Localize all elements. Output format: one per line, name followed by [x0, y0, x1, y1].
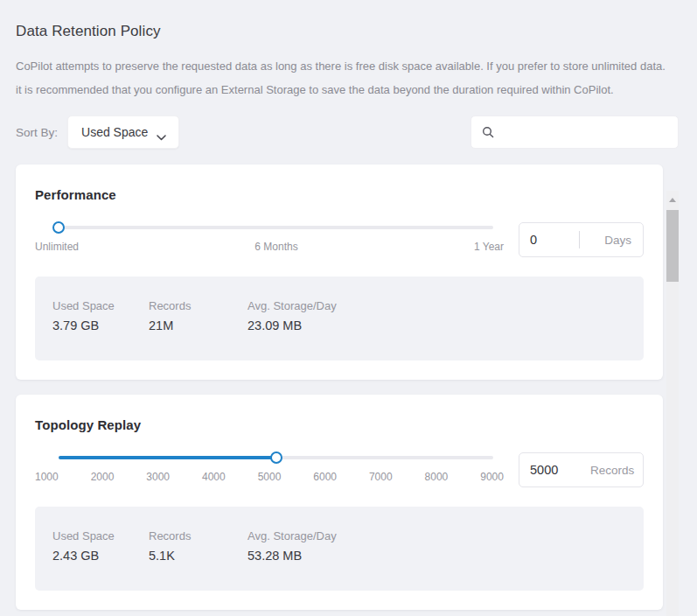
stat-value: 21M — [149, 318, 247, 332]
retention-value-input[interactable] — [519, 463, 575, 477]
tick-label: 1000 — [35, 471, 59, 483]
tick-label: 7000 — [369, 471, 393, 483]
slider-row: Unlimited 6 Months 1 Year Days — [35, 220, 644, 257]
slider-row: 1000 2000 3000 4000 5000 6000 7000 8000 … — [35, 450, 644, 487]
slider-fill — [59, 456, 276, 459]
data-retention-page: Data Retention Policy CoPilot attempts t… — [0, 0, 697, 610]
stat-value: 3.79 GB — [52, 318, 149, 332]
stat-records: Records 5.1K — [149, 529, 247, 563]
slider-area: Unlimited 6 Months 1 Year — [35, 220, 504, 257]
search-input[interactable] — [499, 116, 669, 148]
sort-by-dropdown[interactable]: Used Space — [67, 116, 179, 149]
tick-label: 6000 — [313, 471, 337, 483]
chevron-down-icon — [157, 130, 166, 136]
stat-label: Used Space — [52, 529, 149, 542]
scroll-up-button[interactable] — [666, 191, 679, 208]
toolbar: Sort By: Used Space — [16, 115, 680, 150]
value-unit-label: Days — [593, 234, 643, 247]
stat-value: 23.09 MB — [247, 318, 346, 332]
stats-panel: Used Space 3.79 GB Records 21M Avg. Stor… — [35, 276, 644, 360]
card-title: Performance — [35, 187, 644, 202]
search-icon — [482, 126, 494, 138]
page-title: Data Retention Policy — [16, 23, 680, 40]
tick-label: 2000 — [91, 471, 115, 483]
value-unit-label: Records — [579, 464, 645, 477]
slider-thumb[interactable] — [270, 452, 282, 464]
retention-cards-list: Performance Unlimited 6 Months 1 Year — [16, 164, 663, 610]
retention-slider[interactable] — [59, 226, 493, 229]
card-topology-replay: Topology Replay 1000 2000 3000 4000 5000… — [16, 395, 663, 610]
retention-value-box: Records — [519, 452, 644, 487]
card-title: Topology Replay — [35, 417, 644, 432]
stat-records: Records 21M — [149, 299, 247, 332]
sort-by-value: Used Space — [81, 125, 148, 139]
stat-value: 2.43 GB — [52, 549, 149, 563]
stat-label: Used Space — [52, 299, 149, 312]
slider-tick-labels: Unlimited 6 Months 1 Year — [35, 241, 504, 253]
vertical-scrollbar[interactable] — [666, 191, 679, 616]
stat-label: Avg. Storage/Day — [247, 299, 346, 312]
slider-area: 1000 2000 3000 4000 5000 6000 7000 8000 … — [35, 450, 504, 487]
sort-by-label: Sort By: — [16, 126, 58, 139]
tick-label: 5000 — [258, 471, 282, 483]
stat-avg-storage: Avg. Storage/Day 23.09 MB — [247, 299, 346, 332]
tick-label: 6 Months — [254, 241, 297, 253]
stat-label: Records — [149, 529, 247, 542]
stat-value: 53.28 MB — [247, 549, 346, 563]
page-description: CoPilot attempts to preserve the request… — [16, 54, 667, 102]
tick-label: Unlimited — [35, 241, 79, 253]
tick-label: 3000 — [146, 471, 170, 483]
value-divider — [579, 231, 580, 248]
retention-value-box: Days — [519, 222, 644, 257]
tick-label: 9000 — [480, 471, 504, 483]
stat-avg-storage: Avg. Storage/Day 53.28 MB — [247, 529, 346, 563]
scrollbar-thumb[interactable] — [666, 210, 679, 282]
tick-label: 4000 — [202, 471, 226, 483]
tick-label: 8000 — [425, 471, 449, 483]
stat-label: Records — [149, 299, 247, 312]
stat-used-space: Used Space 2.43 GB — [52, 529, 149, 563]
retention-value-input[interactable] — [519, 233, 575, 247]
search-box[interactable] — [470, 116, 679, 149]
scroll-up-arrow-icon — [669, 198, 676, 202]
stat-used-space: Used Space 3.79 GB — [52, 299, 149, 332]
card-performance: Performance Unlimited 6 Months 1 Year — [16, 164, 663, 380]
retention-slider[interactable] — [59, 456, 493, 459]
stat-label: Avg. Storage/Day — [247, 529, 346, 542]
stats-panel: Used Space 2.43 GB Records 5.1K Avg. Sto… — [35, 507, 644, 591]
tick-label: 1 Year — [474, 241, 504, 253]
slider-thumb[interactable] — [52, 221, 65, 234]
stat-value: 5.1K — [149, 549, 247, 563]
slider-tick-labels: 1000 2000 3000 4000 5000 6000 7000 8000 … — [35, 471, 504, 483]
